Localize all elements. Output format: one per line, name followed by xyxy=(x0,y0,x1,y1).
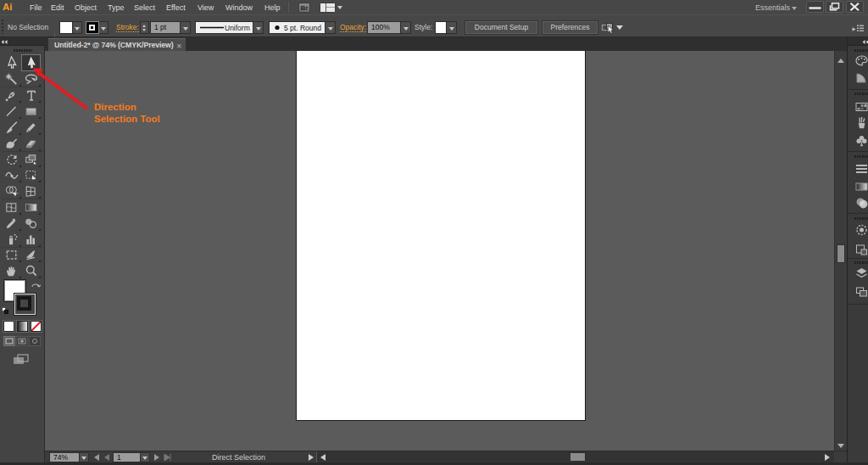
svg-text:5 pt. Round: 5 pt. Round xyxy=(284,24,321,32)
svg-text:Uniform: Uniform xyxy=(225,24,250,32)
